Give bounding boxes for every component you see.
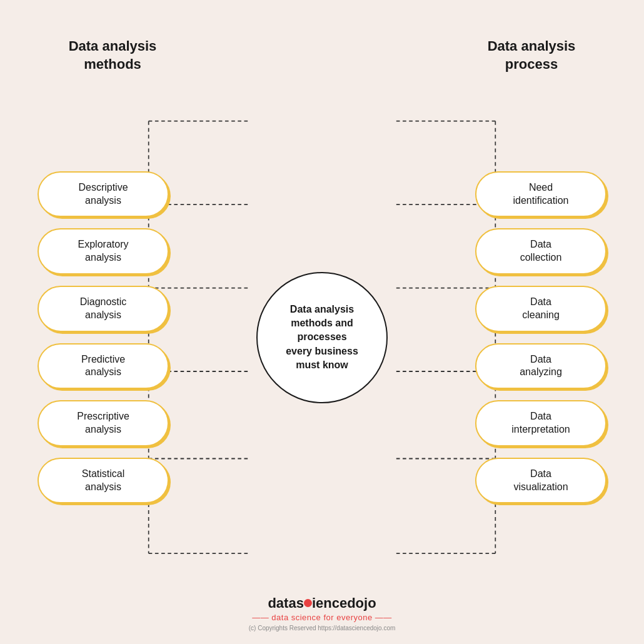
pill-exploratory: Exploratoryanalysis [38,228,169,274]
logo-science-text2: iencedojo [312,595,376,611]
pill-data-cleaning: Datacleaning [475,286,606,332]
footer: data s iencedojo data science for everyo… [249,595,396,644]
column-headers: Data analysismethods Data analysisproces… [0,0,644,73]
main-container: Data analysismethods Data analysisproces… [0,0,644,644]
pill-diagnostic: Diagnosticanalysis [38,286,169,332]
logo-science-text: s [296,595,304,611]
footer-copyright: (c) Copyrights Reserved https://datascie… [249,625,396,631]
center-circle: Data analysismethods andprocessesevery b… [256,272,388,403]
pill-data-visualization: Datavisualization [475,458,606,504]
pill-descriptive: Descriptiveanalysis [38,171,169,218]
footer-tagline: data science for everyone [249,613,396,622]
left-pills: Descriptiveanalysis Exploratoryanalysis … [38,171,169,504]
pill-data-interpretation: Datainterpretation [475,400,606,446]
pill-prescriptive: Prescriptiveanalysis [38,400,169,446]
logo: data s iencedojo [249,595,396,611]
pill-need-identification: Needidentification [475,171,606,218]
pill-data-analyzing: Dataanalyzing [475,343,606,390]
right-pills: Needidentification Datacollection Datacl… [475,171,606,504]
pill-predictive: Predictiveanalysis [38,343,169,390]
left-header: Data analysismethods [50,38,175,73]
pill-data-collection: Datacollection [475,228,606,274]
diagram-area: Descriptiveanalysis Exploratoryanalysis … [0,79,644,595]
logo-data-text: data [268,595,296,611]
right-header: Data analysisprocess [469,38,594,73]
logo-dot-icon [304,599,312,607]
pill-statistical: Statisticalanalysis [38,458,169,504]
